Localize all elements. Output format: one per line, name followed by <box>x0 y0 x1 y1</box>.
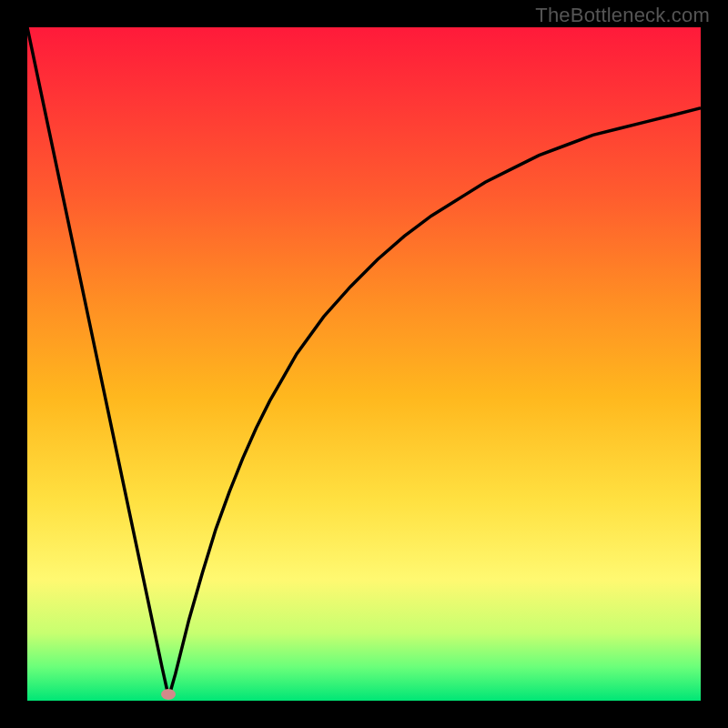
plot-area <box>27 27 701 701</box>
curve-right <box>168 108 701 698</box>
min-marker <box>161 689 176 700</box>
chart-container: TheBottleneck.com <box>0 0 728 728</box>
curve-svg <box>27 27 701 701</box>
curve-left <box>27 27 168 697</box>
watermark-text: TheBottleneck.com <box>535 4 710 27</box>
